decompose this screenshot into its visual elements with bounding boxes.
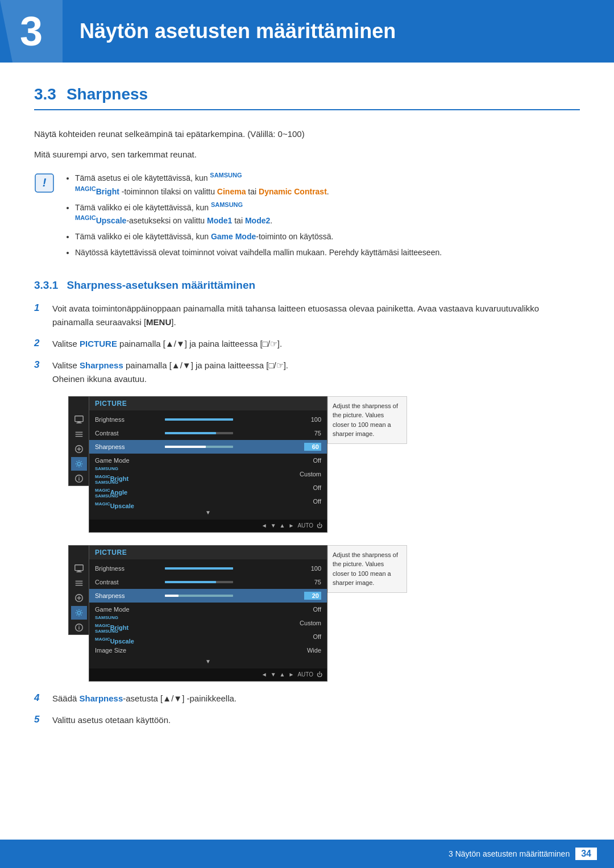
step-content-3: Valitse Sharpness painamalla [▲/▼] ja pa… bbox=[52, 359, 288, 386]
osd-icon-info-2 bbox=[71, 621, 87, 634]
step-text-4: Säädä Sharpness-asetusta [▲/▼] -painikke… bbox=[52, 692, 237, 705]
osd-tooltip-2: Adjust the sharpness of the picture. Val… bbox=[327, 545, 407, 593]
step-text-5: Valittu asetus otetaan käyttöön. bbox=[52, 713, 171, 727]
footer-pagenum: 34 bbox=[575, 848, 597, 860]
osd-power-2: ⏻ bbox=[317, 671, 322, 678]
note-list: Tämä asetus ei ole käytettävissä, kun SA… bbox=[64, 172, 442, 262]
osd-icon-arrows bbox=[71, 442, 87, 456]
step-2: 2 Valitse PICTURE painamalla [▲/▼] ja pa… bbox=[34, 337, 580, 351]
osd-tooltip-1: Adjust the sharpness of the picture. Val… bbox=[327, 396, 407, 444]
svg-point-24 bbox=[77, 611, 80, 614]
osd-nav-left: ◄ bbox=[262, 522, 267, 529]
osd-contrast-1: Contrast 75 bbox=[89, 426, 327, 440]
osd-nav-down: ▼ bbox=[271, 522, 276, 529]
magic-bright-1: Bright bbox=[96, 187, 119, 196]
osd-brightness-2: Brightness 100 bbox=[89, 562, 327, 575]
osd-power-1: ⏻ bbox=[317, 522, 322, 529]
footer-text: 3 Näytön asetusten määrittäminen bbox=[449, 849, 570, 858]
osd-auto-1: AUTO bbox=[297, 522, 313, 529]
step-1: 1 Voit avata toimintonäppäinoppaan paina… bbox=[34, 302, 580, 329]
step-num-1: 1 bbox=[34, 302, 47, 314]
body-text-2: Mitä suurempi arvo, sen tarkemmat reunat… bbox=[34, 148, 580, 161]
osd-items-1: Brightness 100 Contrast 75 bbox=[89, 410, 327, 520]
osd-sharpness-2: Sharpness 20 bbox=[89, 589, 327, 603]
dynamic-contrast-text: Dynamic Contrast bbox=[259, 187, 327, 196]
svg-rect-16 bbox=[77, 570, 80, 571]
body-text-1: Näytä kohteiden reunat selkeämpinä tai e… bbox=[34, 127, 580, 141]
game-mode-text: Game Mode bbox=[211, 232, 256, 241]
svg-rect-4 bbox=[76, 422, 81, 423]
osd-arrow-2: ▼ bbox=[89, 657, 327, 666]
step-subtext-3: Oheinen ikkuna avautuu. bbox=[52, 374, 147, 384]
osd-screen-1: PICTURE Brightness 100 Contrast bbox=[89, 396, 327, 533]
step-num-4: 4 bbox=[34, 692, 47, 704]
osd-row-1: PICTURE Brightness 100 Contrast bbox=[68, 396, 580, 533]
note-box: ! Tämä asetus ei ole käytettävissä, kun … bbox=[34, 172, 580, 262]
osd-bottom-1: ◄ ▼ ▲ ► AUTO ⏻ bbox=[89, 520, 327, 532]
page-footer: 3 Näytön asetusten määrittäminen 34 bbox=[0, 840, 614, 868]
step-num-5: 5 bbox=[34, 714, 47, 725]
osd-nav-left-2: ◄ bbox=[262, 671, 267, 678]
osd-magicbright-2: SAMSUNGMAGICBright Custom bbox=[89, 616, 327, 630]
osd-sidebar-2 bbox=[68, 545, 89, 635]
osd-icon-arrows-2 bbox=[71, 591, 87, 605]
chapter-number: 3 bbox=[20, 8, 43, 55]
osd-nav-up-2: ▲ bbox=[280, 671, 285, 678]
chapter-title: Näytön asetusten määrittäminen bbox=[80, 19, 396, 43]
svg-rect-15 bbox=[74, 564, 82, 570]
step-num-3: 3 bbox=[34, 359, 47, 371]
svg-point-27 bbox=[78, 625, 80, 626]
svg-rect-17 bbox=[76, 571, 81, 572]
magic-upscale-1: Upscale bbox=[96, 216, 127, 225]
osd-container: PICTURE Brightness 100 Contrast bbox=[68, 396, 580, 682]
osd-icon-lines-2 bbox=[71, 576, 87, 590]
subsection-number: 3.3.1 bbox=[34, 279, 58, 291]
osd-gamemode-1: Game Mode Off bbox=[89, 454, 327, 467]
step-text-3: Valitse Sharpness painamalla [▲/▼] ja pa… bbox=[52, 360, 288, 370]
header-banner: 3 Näytön asetusten määrittäminen bbox=[0, 0, 614, 63]
svg-text:!: ! bbox=[43, 176, 47, 189]
osd-nav-down-2: ▼ bbox=[271, 671, 276, 678]
svg-point-11 bbox=[77, 462, 80, 465]
note-item-1: Tämä asetus ei ole käytettävissä, kun SA… bbox=[75, 172, 442, 199]
mode1-text: Mode1 bbox=[207, 216, 232, 225]
subsection-title: Sharpness-asetuksen määrittäminen bbox=[67, 279, 256, 291]
subsection-heading: 3.3.1 Sharpness-asetuksen määrittäminen bbox=[34, 279, 580, 292]
osd-contrast-2: Contrast 75 bbox=[89, 575, 327, 589]
section-heading: 3.3 Sharpness bbox=[34, 85, 580, 110]
osd-icon-gear bbox=[71, 457, 87, 471]
osd-arrow-1: ▼ bbox=[89, 508, 327, 517]
steps-lower: 4 Säädä Sharpness-asetusta [▲/▼] -painik… bbox=[34, 692, 580, 727]
osd-nav-right-2: ► bbox=[288, 671, 294, 678]
osd-title-1: PICTURE bbox=[89, 397, 327, 410]
osd-icon-info bbox=[71, 472, 87, 485]
svg-rect-2 bbox=[74, 416, 82, 421]
note-item-3: Tämä valikko ei ole käytettävissä, kun G… bbox=[75, 230, 442, 244]
osd-icon-monitor-2 bbox=[71, 562, 87, 575]
osd-magicangle-1: SAMSUNGMAGICAngle Off bbox=[89, 481, 327, 495]
osd-gamemode-2: Game Mode Off bbox=[89, 603, 327, 616]
osd-nav-right: ► bbox=[288, 522, 294, 529]
osd-screen-2: PICTURE Brightness 100 Contrast bbox=[89, 545, 327, 682]
section-title: Sharpness bbox=[67, 85, 148, 103]
osd-icon-lines bbox=[71, 427, 87, 441]
osd-items-2: Brightness 100 Contrast 75 bbox=[89, 559, 327, 668]
osd-nav-up: ▲ bbox=[280, 522, 285, 529]
osd-magicbright-1: SAMSUNGMAGICBright Custom bbox=[89, 467, 327, 481]
main-content: 3.3 Sharpness Näytä kohteiden reunat sel… bbox=[0, 85, 614, 769]
svg-point-14 bbox=[78, 476, 80, 477]
osd-magicupscale-1: SAMSUNGMAGICUpscale Off bbox=[89, 495, 327, 508]
osd-brightness-1: Brightness 100 bbox=[89, 413, 327, 426]
step-3: 3 Valitse Sharpness painamalla [▲/▼] ja … bbox=[34, 359, 580, 386]
osd-icon-monitor bbox=[71, 413, 87, 426]
osd-magicupscale-2: SAMSUNGMAGICUpscale Off bbox=[89, 630, 327, 643]
mode2-text: Mode2 bbox=[245, 216, 270, 225]
section-number: 3.3 bbox=[34, 85, 56, 103]
step-text-2: Valitse PICTURE painamalla [▲/▼] ja pain… bbox=[52, 337, 282, 351]
chapter-number-box: 3 bbox=[0, 0, 63, 63]
step-5: 5 Valittu asetus otetaan käyttöön. bbox=[34, 713, 580, 727]
osd-bottom-2: ◄ ▼ ▲ ► AUTO ⏻ bbox=[89, 668, 327, 681]
note-item-4: Näytössä käytettävissä olevat toiminnot … bbox=[75, 246, 442, 260]
note-icon: ! bbox=[34, 173, 55, 193]
cinema-text: Cinema bbox=[217, 187, 246, 196]
